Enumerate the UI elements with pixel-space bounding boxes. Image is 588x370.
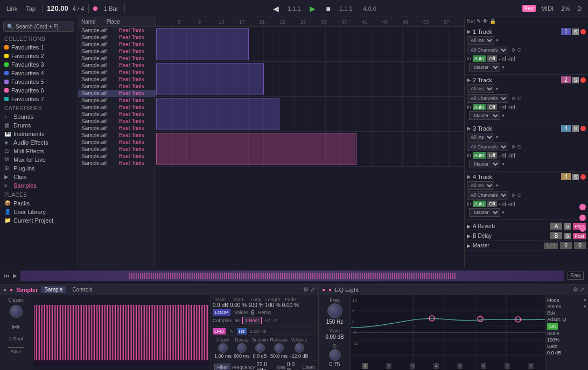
scale-pct-row[interactable]: 100% (547, 337, 586, 343)
file-row[interactable]: Sample.aifBeat Tools (78, 125, 156, 132)
ch-master-select[interactable]: Master (469, 111, 500, 120)
simpler-power-btn[interactable]: ● (3, 287, 6, 293)
sidebar-item-packs[interactable]: 📦Packs (0, 199, 78, 208)
filter-btn[interactable]: Filter (214, 364, 230, 370)
ch-auto-btn[interactable]: Auto (473, 201, 486, 207)
voices-val[interactable]: 6 (251, 310, 255, 316)
sidebar-item-favourites-6[interactable]: Favourites 6 (0, 86, 78, 95)
q-val[interactable]: 0.75 (330, 361, 340, 367)
ch-input-select[interactable]: All Ins (467, 84, 494, 93)
master-num-2[interactable]: 0 (574, 242, 586, 249)
ch-auto-btn[interactable]: Auto (473, 55, 486, 62)
tracks-scroll[interactable] (156, 27, 464, 267)
simpler-settings-icon[interactable]: ⚙ (303, 286, 309, 293)
file-row[interactable]: Sample.aifBeat Tools (78, 97, 156, 104)
band-4-btn[interactable]: 4 (433, 363, 439, 369)
simpler-expand-icon[interactable]: ⤢ (310, 286, 315, 293)
file-row[interactable]: Sample.aifBeat Tools (78, 62, 156, 69)
file-row[interactable]: Sample.aifBeat Tools (78, 139, 156, 146)
ch-solo-btn[interactable]: S (572, 125, 579, 132)
ch-expand-btn[interactable]: ▶ (467, 29, 471, 34)
file-row[interactable]: Sample.aifBeat Tools (78, 83, 156, 90)
ch-off-btn[interactable]: Off (487, 55, 497, 62)
band-6-btn[interactable]: 6 (481, 363, 486, 369)
scale-row[interactable]: Scale (547, 330, 586, 337)
sidebar-item-plug-ins[interactable]: ⊞Plug-ins (0, 164, 78, 173)
fade-val[interactable]: 0.00 % (282, 302, 299, 308)
beat-btn[interactable]: 1 Beat (242, 317, 262, 324)
ch-off-btn[interactable]: Off (487, 152, 497, 159)
key-button[interactable]: Key (522, 5, 536, 12)
file-row[interactable]: Sample.aifBeat Tools (78, 27, 156, 34)
ch-solo-btn[interactable]: S (572, 174, 579, 180)
band-7-btn[interactable]: 7 (505, 363, 510, 369)
stereo-row[interactable]: Stereo ▾ (547, 303, 586, 310)
track-block[interactable] (156, 28, 249, 60)
ch-solo-btn[interactable]: S (572, 29, 579, 35)
send-play-btn[interactable]: ▶ (467, 224, 471, 229)
filter-freq-val[interactable]: 22.0 kHz (257, 361, 276, 370)
bpm-display[interactable]: 120.00 (47, 4, 68, 12)
ch-solo-btn[interactable]: S (572, 77, 579, 83)
eq-power-dot[interactable]: ● (322, 287, 325, 293)
tap-button[interactable]: Tap (24, 4, 38, 13)
tab-sample[interactable]: Sample (41, 286, 66, 293)
ch-channels-select[interactable]: All Channels (467, 46, 508, 54)
hz-btn[interactable]: Hz (237, 328, 247, 335)
ch-off-btn[interactable]: Off (487, 104, 497, 110)
band-3-btn[interactable]: 3 (410, 363, 415, 369)
ch-expand-btn[interactable]: ▶ (467, 174, 471, 180)
ch-input-select[interactable]: All Ins (467, 133, 494, 141)
metro-dot[interactable] (93, 6, 97, 11)
lfo-freq-val[interactable]: 1.00 Hz (250, 329, 267, 334)
freq-val[interactable]: 150 Hz (326, 319, 344, 325)
start-val[interactable]: 0.00 % (230, 302, 247, 308)
ch-channels-select[interactable]: All Channels (467, 191, 508, 200)
set-view-icon[interactable]: 👁 (482, 18, 488, 24)
sidebar-item-user-library[interactable]: 👤User Library (0, 208, 78, 216)
send-solo-btn[interactable]: S (564, 223, 571, 230)
sidebar-item-sounds[interactable]: ♪Sounds (0, 112, 78, 121)
ch-master-select[interactable]: Master (469, 208, 500, 217)
mode-row[interactable]: Mode ▾ (547, 297, 586, 303)
send-letter-btn[interactable]: B (550, 232, 562, 239)
decay-knob[interactable] (237, 343, 247, 353)
band-1-btn[interactable]: 1 (362, 363, 368, 369)
eq-expand-icon[interactable]: ⤢ (580, 286, 585, 293)
sidebar-item-samples[interactable]: ≡Samples (0, 181, 78, 190)
raw-label[interactable]: Raw (568, 272, 584, 280)
classic-knob[interactable] (10, 305, 23, 318)
adapt-q-row[interactable]: Adapt. Q (547, 316, 586, 323)
sidebar-item-favourites-3[interactable]: Favourites 3 (0, 60, 78, 69)
file-row[interactable]: Sample.aifBeat Tools (78, 69, 156, 76)
file-row[interactable]: Sample.aifBeat Tools (78, 41, 156, 48)
filter-res-val[interactable]: 0.0 % (287, 361, 299, 370)
on-btn[interactable]: On (547, 323, 558, 330)
file-row[interactable]: Sample.aifBeat Tools (78, 76, 156, 83)
link-button[interactable]: Link (4, 4, 19, 13)
time-sig-display[interactable]: 4 / 4 (73, 5, 84, 12)
sidebar-item-midi-effects[interactable]: ⊡Midi Effects (0, 147, 78, 155)
d-button[interactable]: D (575, 4, 584, 13)
nav-left-btn[interactable]: ◀ (271, 3, 281, 14)
send-play-btn[interactable]: ▶ (467, 233, 471, 239)
loop-val[interactable]: 100 % (248, 302, 263, 308)
eq-settings-icon[interactable]: ⚙ (573, 286, 578, 293)
midi-button[interactable]: MIDI (539, 4, 556, 13)
band-2-btn[interactable]: 2 (386, 363, 391, 369)
file-row[interactable]: Sample.aifBeat Tools (78, 111, 156, 118)
track-block[interactable] (156, 63, 264, 95)
file-row[interactable]: Sample.aifBeat Tools (78, 48, 156, 55)
file-row[interactable]: Sample.aifBeat Tools (78, 132, 156, 139)
band-8-btn[interactable]: 8 (528, 363, 534, 369)
wave-prev-btn[interactable]: ⏮ (4, 273, 10, 279)
set-lock-icon[interactable]: 🔒 (489, 18, 496, 24)
master-play-btn[interactable]: ▶ (467, 243, 471, 248)
ch-input-select[interactable]: All Ins (467, 181, 494, 190)
track-lane[interactable] (156, 132, 464, 166)
sidebar-item-favourites-4[interactable]: Favourites 4 (0, 69, 78, 77)
play-button[interactable]: ▶ (307, 3, 318, 14)
edit-row[interactable]: Edit (547, 310, 586, 316)
release-knob[interactable] (274, 343, 284, 353)
attack-knob[interactable] (218, 343, 228, 353)
